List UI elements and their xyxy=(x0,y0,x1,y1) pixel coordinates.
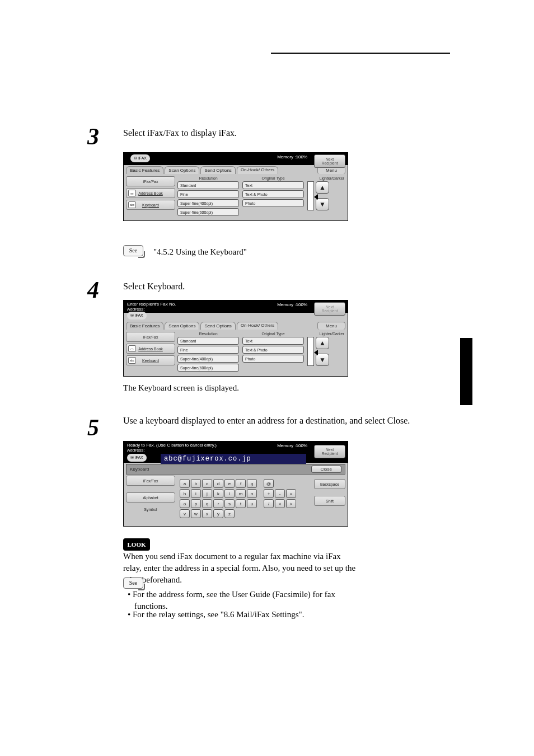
ifax-pill: iFAX xyxy=(130,154,150,162)
key-c[interactable]: c xyxy=(202,479,212,488)
address-book-button[interactable]: ▭ Address Book xyxy=(126,188,175,198)
address-book-label-2: Address Book xyxy=(138,347,163,351)
key-m[interactable]: m xyxy=(236,489,246,498)
darker-button-2[interactable]: ▼ xyxy=(316,354,329,366)
key-j[interactable]: j xyxy=(202,489,212,498)
keyboard-button-2[interactable]: abc Keyboard xyxy=(126,355,175,365)
key-+[interactable]: + xyxy=(264,489,274,498)
key-t[interactable]: t xyxy=(236,499,246,508)
originaltype-head-2: Original Type xyxy=(242,332,304,336)
key-a[interactable]: a xyxy=(180,479,190,488)
key-e[interactable]: e xyxy=(224,479,235,488)
backspace-button[interactable]: Backspace xyxy=(314,479,345,489)
key-/[interactable]: / xyxy=(264,499,274,508)
tab-scan[interactable]: Scan Options xyxy=(165,166,199,174)
key-q[interactable]: q xyxy=(202,499,212,508)
kb-alphabet-button[interactable]: Alphabet xyxy=(126,492,175,503)
resolution-head: Resolution xyxy=(177,176,239,180)
res2-standard[interactable]: Standard xyxy=(177,337,239,345)
res-sf400[interactable]: Super-fine(400dpi) xyxy=(177,199,239,207)
key-x[interactable]: x xyxy=(202,509,212,518)
address-book-button-2[interactable]: ▭ Address Book xyxy=(126,344,175,354)
key-p[interactable]: p xyxy=(191,499,201,508)
shift-button[interactable]: Shift xyxy=(314,496,345,506)
key-k[interactable]: k xyxy=(213,489,223,498)
key-v[interactable]: v xyxy=(180,509,190,518)
darker-button[interactable]: ▼ xyxy=(316,198,329,210)
next-line1: Next xyxy=(315,157,345,161)
key-<[interactable]: < xyxy=(275,499,285,508)
ot-text[interactable]: Text xyxy=(242,181,304,189)
close-button[interactable]: Close xyxy=(311,466,341,473)
lighter-button[interactable]: ▲ xyxy=(316,181,329,194)
kb-ifaxfax-button[interactable]: iFax/Fax xyxy=(126,476,175,486)
key-f[interactable]: f xyxy=(236,479,246,488)
darkness-slider-2[interactable] xyxy=(307,337,314,366)
tab2-menu[interactable]: Menu xyxy=(317,322,345,330)
key-d[interactable]: d xyxy=(213,479,223,488)
darkness-slider[interactable] xyxy=(307,181,314,210)
res2-fine[interactable]: Fine xyxy=(177,346,239,354)
key-=[interactable]: = xyxy=(286,489,296,498)
status-text-3: Ready to Fax. (Use C button to cancel en… xyxy=(127,443,344,448)
resolution-head-2: Resolution xyxy=(177,332,239,336)
tab2-scan[interactable]: Scan Options xyxy=(165,322,199,330)
key-h[interactable]: h xyxy=(180,489,190,498)
ot2-text[interactable]: Text xyxy=(242,337,304,345)
keyboard-button[interactable]: abc Keyboard xyxy=(126,200,175,210)
tab-basic[interactable]: Basic Features xyxy=(126,166,163,174)
key-u[interactable]: u xyxy=(247,499,257,508)
next3-line2: Recipient xyxy=(315,452,345,456)
ifax-pill-3: iFAX xyxy=(127,454,147,462)
step5-text: Use a keyboard displayed to enter an add… xyxy=(123,415,437,427)
key-z[interactable]: z xyxy=(224,509,235,518)
keyboard-grid: abcdefg@ hijklmn+-= opqrstu/<> vwxyz xyxy=(177,476,312,523)
key-o[interactable]: o xyxy=(180,499,190,508)
lighter-button-2[interactable]: ▲ xyxy=(316,337,329,349)
top-rule xyxy=(271,53,450,54)
key-s[interactable]: s xyxy=(224,499,235,508)
next-recipient-button[interactable]: Next Recipient xyxy=(314,154,345,168)
next-recipient-button-3[interactable]: Next Recipient xyxy=(314,445,345,458)
res2-sf600[interactable]: Super-fine(600dpi) xyxy=(177,364,239,372)
address-field[interactable]: abc@fujixerox.co.jp xyxy=(161,454,306,464)
ifax-fax-button[interactable]: iFax/Fax xyxy=(126,176,175,186)
res-sf600[interactable]: Super-fine(600dpi) xyxy=(177,208,239,216)
step3-text: Select iFax/Fax to display iFax. xyxy=(123,128,237,139)
tab2-onhook[interactable]: On-Hook/ Others xyxy=(237,322,278,330)
ifax-pill-2: iFAX xyxy=(127,312,147,320)
ot2-textphoto[interactable]: Text & Photo xyxy=(242,346,304,354)
ifax-fax-button-2[interactable]: iFax/Fax xyxy=(126,332,175,342)
ot2-photo[interactable]: Photo xyxy=(242,355,304,363)
res-fine[interactable]: Fine xyxy=(177,190,239,198)
lighter-darker-head-2: Lighter/Darker xyxy=(307,332,345,336)
book-icon: ▭ xyxy=(128,190,136,196)
key-r[interactable]: r xyxy=(213,499,223,508)
tab-send[interactable]: Send Options xyxy=(200,166,235,174)
next-line2: Recipient xyxy=(315,161,345,165)
ot-textphoto[interactable]: Text & Photo xyxy=(242,190,304,198)
tab2-basic[interactable]: Basic Features xyxy=(126,322,163,330)
next-recipient-button-2[interactable]: Next Recipient xyxy=(314,302,345,316)
kb-symbol-button[interactable]: Symbol xyxy=(126,504,175,514)
res2-sf400[interactable]: Super-fine(400dpi) xyxy=(177,355,239,363)
see-icon-2: See xyxy=(123,577,143,589)
key-n[interactable]: n xyxy=(247,489,257,498)
ot-photo[interactable]: Photo xyxy=(242,199,304,207)
key->[interactable]: > xyxy=(286,499,296,508)
key--[interactable]: - xyxy=(275,489,285,498)
step-number-3: 3 xyxy=(87,123,99,150)
tab2-send[interactable]: Send Options xyxy=(200,322,235,330)
screen-panel-1: x iFAX Memory :100% Next Recipient Basic… xyxy=(123,152,348,221)
key-l[interactable]: l xyxy=(224,489,235,498)
key-i[interactable]: i xyxy=(191,489,201,498)
key-w[interactable]: w xyxy=(191,509,201,518)
key-g[interactable]: g xyxy=(247,479,257,488)
res-standard[interactable]: Standard xyxy=(177,181,239,189)
key-y[interactable]: y xyxy=(213,509,223,518)
step4-text: Select Keyboard. xyxy=(123,281,185,293)
key-@[interactable]: @ xyxy=(264,479,274,488)
key-b[interactable]: b xyxy=(191,479,201,488)
look-icon: LOOK xyxy=(123,538,150,551)
tab-onhook[interactable]: On-Hook/ Others xyxy=(237,166,278,174)
